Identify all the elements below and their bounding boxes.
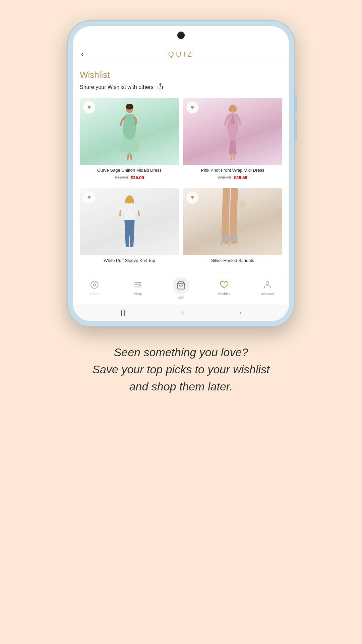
bottom-nav: Home Shop <box>73 273 289 305</box>
svg-point-25 <box>91 281 99 288</box>
nav-wishlist-label: Wishlist <box>218 292 231 296</box>
side-button-volume-down <box>295 121 297 141</box>
svg-line-31 <box>141 285 141 286</box>
product-name-2: Pink Knot Front Wrap Midi Dress <box>186 168 279 173</box>
svg-line-19 <box>221 239 222 246</box>
promo-line-2: Save your top picks to your wishlist <box>92 363 269 376</box>
shop-icon <box>133 280 142 290</box>
product-info-4: Silver Heeled Sandals <box>183 255 282 269</box>
svg-line-3 <box>127 155 128 159</box>
product-card-4[interactable]: ♥ <box>183 188 282 269</box>
wishlist-heart-4[interactable]: ♥ <box>186 192 198 204</box>
product-name-4: Silver Heeled Sandals <box>186 258 279 264</box>
android-menu-btn[interactable]: ||| <box>121 309 125 316</box>
nav-wishlist[interactable]: Wishlist <box>202 280 246 296</box>
original-price-1: £44.99 <box>115 175 128 180</box>
account-icon <box>263 280 272 290</box>
product-image-1: ♥ <box>80 98 179 165</box>
page-body: Wishlist Share your Wishlist with others <box>73 63 289 269</box>
product-card-3[interactable]: ♥ <box>80 188 179 269</box>
svg-line-13 <box>120 211 121 215</box>
svg-point-33 <box>266 281 269 284</box>
price-row-1: £44.99 £35.99 <box>83 175 176 180</box>
android-back-btn[interactable]: ‹ <box>239 309 241 316</box>
svg-line-4 <box>131 155 131 159</box>
product-grid: ♥ <box>80 98 282 269</box>
svg-point-2 <box>126 104 133 109</box>
android-nav-bar: ||| ○ ‹ <box>73 305 289 321</box>
back-button[interactable]: ‹ <box>81 50 83 59</box>
svg-line-24 <box>237 241 238 243</box>
original-price-2: £36.99 <box>218 175 231 180</box>
svg-line-14 <box>138 211 139 215</box>
product-info-3: White Puff Sleeve Knit Top <box>80 255 179 269</box>
bag-icon[interactable] <box>173 277 189 294</box>
share-text: Share your Wishlist with others <box>80 84 154 90</box>
svg-line-23 <box>229 239 230 246</box>
wishlist-title: Wishlist <box>80 70 282 80</box>
product-name-3: White Puff Sleeve Knit Top <box>83 258 176 264</box>
home-icon <box>90 280 99 290</box>
nav-home-label: Home <box>90 292 100 296</box>
sale-price-2: £29.59 <box>234 175 247 180</box>
share-icon[interactable] <box>157 83 164 91</box>
nav-account-label: Account <box>261 292 274 296</box>
promo-text-block: Seen something you love? Save your top p… <box>65 344 296 395</box>
product-info-1: Curve Sage Chiffon Midaxi Dress £44.99 £… <box>80 165 179 184</box>
promo-line-1: Seen something you love? <box>114 346 248 359</box>
nav-shop[interactable]: Shop <box>116 280 160 296</box>
promo-line-3: and shop them later. <box>129 380 233 393</box>
android-home-btn[interactable]: ○ <box>181 309 184 316</box>
sale-price-1: £35.99 <box>131 175 144 180</box>
product-card-1[interactable]: ♥ <box>80 98 179 184</box>
wishlist-icon <box>220 280 229 290</box>
price-row-2: £36.99 £29.59 <box>186 175 279 180</box>
nav-bag[interactable]: Bag <box>160 277 203 299</box>
product-card-2[interactable]: ♥ <box>183 98 282 184</box>
wishlist-heart-1[interactable]: ♥ <box>83 101 95 113</box>
product-info-2: Pink Knot Front Wrap Midi Dress £36.99 £… <box>183 165 282 184</box>
product-image-4: ♥ <box>183 188 282 255</box>
phone-screen: ‹ QUIZ Wishlist Share your Wishlist with… <box>73 26 289 321</box>
camera-notch <box>177 32 185 39</box>
product-image-3: ♥ <box>80 188 179 255</box>
app-content: ‹ QUIZ Wishlist Share your Wishlist with… <box>73 26 289 321</box>
nav-account[interactable]: Account <box>246 280 289 296</box>
svg-point-16 <box>238 200 246 208</box>
share-row[interactable]: Share your Wishlist with others <box>80 83 282 91</box>
app-logo: QUIZ <box>168 50 194 59</box>
svg-line-7 <box>234 154 234 159</box>
app-header: ‹ QUIZ <box>73 45 289 63</box>
side-button-volume-up <box>295 94 297 114</box>
nav-bag-label: Bag <box>178 295 184 299</box>
wishlist-heart-2[interactable]: ♥ <box>186 101 198 113</box>
product-name-1: Curve Sage Chiffon Midaxi Dress <box>83 168 176 173</box>
phone-shell: ‹ QUIZ Wishlist Share your Wishlist with… <box>67 20 295 327</box>
svg-point-26 <box>94 284 96 286</box>
svg-line-6 <box>231 154 232 159</box>
wishlist-heart-3[interactable]: ♥ <box>83 192 95 204</box>
product-image-2: ♥ <box>183 98 282 165</box>
nav-home[interactable]: Home <box>73 280 116 296</box>
nav-shop-label: Shop <box>133 292 142 296</box>
